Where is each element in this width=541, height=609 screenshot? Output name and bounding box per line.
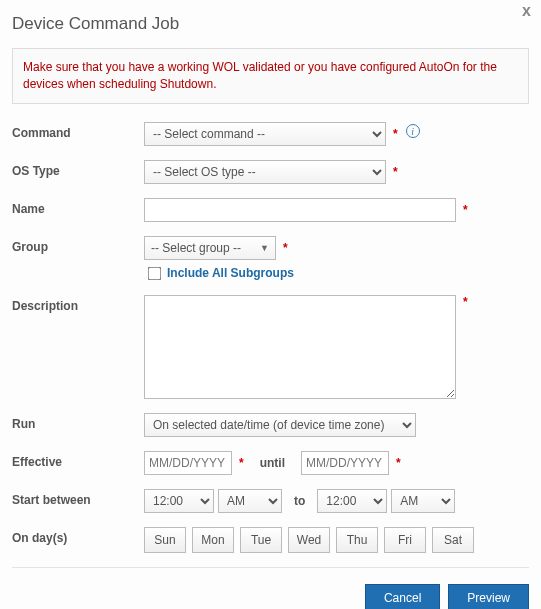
effective-label: Effective — [12, 451, 144, 469]
group-select-text: -- Select group -- — [151, 241, 241, 255]
required-marker: * — [239, 456, 244, 470]
day-tue-button[interactable]: Tue — [240, 527, 282, 553]
start-ampm-from-select[interactable]: AM — [218, 489, 282, 513]
chevron-down-icon: ▼ — [260, 243, 269, 253]
required-marker: * — [463, 203, 468, 217]
start-between-label: Start between — [12, 489, 144, 507]
divider — [12, 567, 529, 568]
include-subgroups-label[interactable]: Include All Subgroups — [167, 266, 294, 280]
until-label: until — [260, 456, 285, 470]
day-mon-button[interactable]: Mon — [192, 527, 234, 553]
group-select[interactable]: -- Select group -- ▼ — [144, 236, 276, 260]
close-icon[interactable]: x — [522, 2, 531, 20]
to-label: to — [294, 494, 305, 508]
info-icon[interactable]: i — [406, 124, 420, 138]
group-label: Group — [12, 236, 144, 254]
warning-banner: Make sure that you have a working WOL va… — [12, 48, 529, 104]
start-hour-to-select[interactable]: 12:00 — [317, 489, 387, 513]
name-label: Name — [12, 198, 144, 216]
required-marker: * — [393, 127, 398, 141]
name-input[interactable] — [144, 198, 456, 222]
required-marker: * — [463, 295, 468, 309]
days-group: Sun Mon Tue Wed Thu Fri Sat — [144, 527, 474, 553]
include-subgroups-checkbox[interactable] — [148, 266, 162, 280]
description-textarea[interactable] — [144, 295, 456, 399]
day-wed-button[interactable]: Wed — [288, 527, 330, 553]
required-marker: * — [283, 241, 288, 255]
description-label: Description — [12, 295, 144, 313]
day-sat-button[interactable]: Sat — [432, 527, 474, 553]
dialog-title: Device Command Job — [12, 14, 529, 34]
day-thu-button[interactable]: Thu — [336, 527, 378, 553]
start-hour-from-select[interactable]: 12:00 — [144, 489, 214, 513]
ondays-label: On day(s) — [12, 527, 144, 545]
run-select[interactable]: On selected date/time (of device time zo… — [144, 413, 416, 437]
effective-to-input[interactable] — [301, 451, 389, 475]
day-fri-button[interactable]: Fri — [384, 527, 426, 553]
command-label: Command — [12, 122, 144, 140]
os-type-label: OS Type — [12, 160, 144, 178]
required-marker: * — [396, 456, 401, 470]
required-marker: * — [393, 165, 398, 179]
os-type-select[interactable]: -- Select OS type -- — [144, 160, 386, 184]
start-ampm-to-select[interactable]: AM — [391, 489, 455, 513]
command-select[interactable]: -- Select command -- — [144, 122, 386, 146]
cancel-button[interactable]: Cancel — [365, 584, 440, 609]
preview-button[interactable]: Preview — [448, 584, 529, 609]
run-label: Run — [12, 413, 144, 431]
day-sun-button[interactable]: Sun — [144, 527, 186, 553]
effective-from-input[interactable] — [144, 451, 232, 475]
